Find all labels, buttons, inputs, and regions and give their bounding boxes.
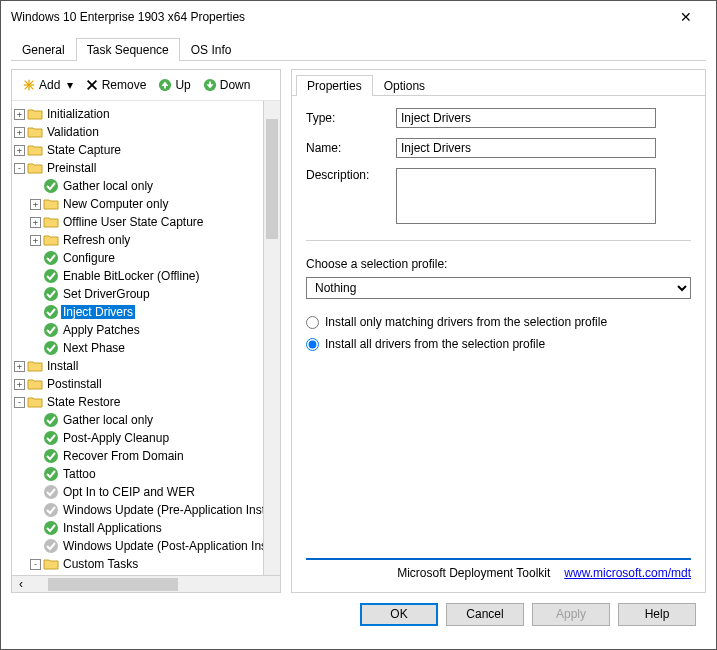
expand-icon[interactable]: + bbox=[30, 235, 41, 246]
svg-point-21 bbox=[44, 521, 58, 535]
tree-item[interactable]: Inject Drivers bbox=[61, 305, 135, 319]
svg-point-14 bbox=[44, 341, 58, 355]
folder-icon bbox=[27, 106, 43, 122]
tree-item[interactable]: Offline User State Capture bbox=[61, 215, 206, 229]
expand-icon[interactable]: - bbox=[30, 559, 41, 570]
footer-product: Microsoft Deployment Toolkit bbox=[397, 566, 550, 580]
expand-icon bbox=[30, 271, 41, 282]
name-label: Name: bbox=[306, 141, 396, 155]
folder-icon bbox=[27, 142, 43, 158]
expand-icon bbox=[30, 307, 41, 318]
check-icon bbox=[43, 430, 59, 446]
name-field[interactable] bbox=[396, 138, 656, 158]
tree-item[interactable]: Install bbox=[45, 359, 80, 373]
tree-item[interactable]: Configure bbox=[61, 251, 117, 265]
tree-item[interactable]: State Restore bbox=[45, 395, 122, 409]
expand-icon[interactable]: + bbox=[14, 361, 25, 372]
svg-point-17 bbox=[44, 449, 58, 463]
ok-button[interactable]: OK bbox=[360, 603, 438, 626]
tree-item[interactable]: Opt In to CEIP and WER bbox=[61, 485, 197, 499]
tree-item[interactable]: Apply Patches bbox=[61, 323, 142, 337]
tree-item[interactable]: Set DriverGroup bbox=[61, 287, 152, 301]
cancel-button[interactable]: Cancel bbox=[446, 603, 524, 626]
radio-matching[interactable]: Install only matching drivers from the s… bbox=[306, 315, 691, 329]
expand-icon bbox=[30, 523, 41, 534]
expand-icon bbox=[30, 325, 41, 336]
tree-item[interactable]: New Computer only bbox=[61, 197, 170, 211]
remove-icon bbox=[85, 78, 99, 92]
svg-point-13 bbox=[44, 323, 58, 337]
folder-icon bbox=[43, 556, 59, 572]
folder-icon bbox=[43, 214, 59, 230]
tab-task-sequence[interactable]: Task Sequence bbox=[76, 38, 180, 61]
tree-item[interactable]: Initialization bbox=[45, 107, 112, 121]
tree-item[interactable]: Windows Update (Pre-Application Inst bbox=[61, 503, 267, 517]
tree-item[interactable]: Validation bbox=[45, 125, 101, 139]
folder-icon bbox=[27, 124, 43, 140]
expand-icon[interactable]: + bbox=[14, 145, 25, 156]
tab-properties[interactable]: Properties bbox=[296, 75, 373, 96]
expand-icon[interactable]: - bbox=[14, 397, 25, 408]
tree-item[interactable]: Custom Tasks bbox=[61, 557, 140, 571]
step-tabs: Properties Options bbox=[292, 70, 705, 96]
check-icon bbox=[43, 520, 59, 536]
tree-item[interactable]: Tattoo bbox=[61, 467, 98, 481]
tree-item[interactable]: Preinstall bbox=[45, 161, 98, 175]
gray-icon bbox=[43, 502, 59, 518]
tree-item[interactable]: Postinstall bbox=[45, 377, 104, 391]
up-button[interactable]: Up bbox=[154, 76, 194, 94]
expand-icon bbox=[30, 451, 41, 462]
check-icon bbox=[43, 322, 59, 338]
left-panel: Add ▾ Remove Up Down +Initialization+Val… bbox=[11, 69, 281, 593]
expand-icon[interactable]: + bbox=[14, 379, 25, 390]
folder-icon bbox=[27, 394, 43, 410]
check-icon bbox=[43, 286, 59, 302]
help-button[interactable]: Help bbox=[618, 603, 696, 626]
tab-general[interactable]: General bbox=[11, 38, 76, 61]
tree-item[interactable]: Next Phase bbox=[61, 341, 127, 355]
tree-item[interactable]: Enable BitLocker (Offline) bbox=[61, 269, 202, 283]
expand-icon[interactable]: + bbox=[14, 109, 25, 120]
expand-icon[interactable]: + bbox=[30, 199, 41, 210]
tree-item[interactable]: Recover From Domain bbox=[61, 449, 186, 463]
toolbar: Add ▾ Remove Up Down bbox=[12, 70, 280, 101]
window-title: Windows 10 Enterprise 1903 x64 Propertie… bbox=[11, 10, 245, 24]
down-button[interactable]: Down bbox=[199, 76, 255, 94]
tree-item[interactable]: State Capture bbox=[45, 143, 123, 157]
remove-button[interactable]: Remove bbox=[81, 76, 151, 94]
tree-item[interactable]: Refresh only bbox=[61, 233, 132, 247]
svg-point-16 bbox=[44, 431, 58, 445]
tree-view[interactable]: +Initialization+Validation+State Capture… bbox=[12, 101, 280, 575]
check-icon bbox=[43, 250, 59, 266]
footer-link[interactable]: www.microsoft.com/mdt bbox=[564, 566, 691, 580]
tree-item[interactable]: Gather local only bbox=[61, 179, 155, 193]
description-field[interactable] bbox=[396, 168, 656, 224]
tree-item[interactable]: Install Applications bbox=[61, 521, 164, 535]
tab-os-info[interactable]: OS Info bbox=[180, 38, 243, 61]
tab-options[interactable]: Options bbox=[373, 75, 436, 96]
radio-all[interactable]: Install all drivers from the selection p… bbox=[306, 337, 691, 351]
expand-icon[interactable]: + bbox=[14, 127, 25, 138]
check-icon bbox=[43, 304, 59, 320]
add-icon bbox=[22, 78, 36, 92]
add-button[interactable]: Add ▾ bbox=[18, 76, 77, 94]
expand-icon bbox=[30, 181, 41, 192]
tree-item[interactable]: Windows Update (Post-Application Ins bbox=[61, 539, 269, 553]
type-field bbox=[396, 108, 656, 128]
check-icon bbox=[59, 574, 75, 575]
expand-icon[interactable]: - bbox=[14, 163, 25, 174]
svg-point-9 bbox=[44, 251, 58, 265]
close-icon[interactable]: ✕ bbox=[666, 9, 706, 25]
expand-icon[interactable]: + bbox=[30, 217, 41, 228]
folder-icon bbox=[27, 160, 43, 176]
svg-point-11 bbox=[44, 287, 58, 301]
apply-button[interactable]: Apply bbox=[532, 603, 610, 626]
selection-profile-label: Choose a selection profile: bbox=[306, 257, 691, 271]
horizontal-scrollbar[interactable]: ‹ bbox=[12, 575, 280, 592]
gray-icon bbox=[43, 484, 59, 500]
folder-icon bbox=[43, 232, 59, 248]
vertical-scrollbar[interactable] bbox=[263, 101, 280, 575]
tree-item[interactable]: Post-Apply Cleanup bbox=[61, 431, 171, 445]
tree-item[interactable]: Gather local only bbox=[61, 413, 155, 427]
selection-profile-dropdown[interactable]: Nothing bbox=[306, 277, 691, 299]
